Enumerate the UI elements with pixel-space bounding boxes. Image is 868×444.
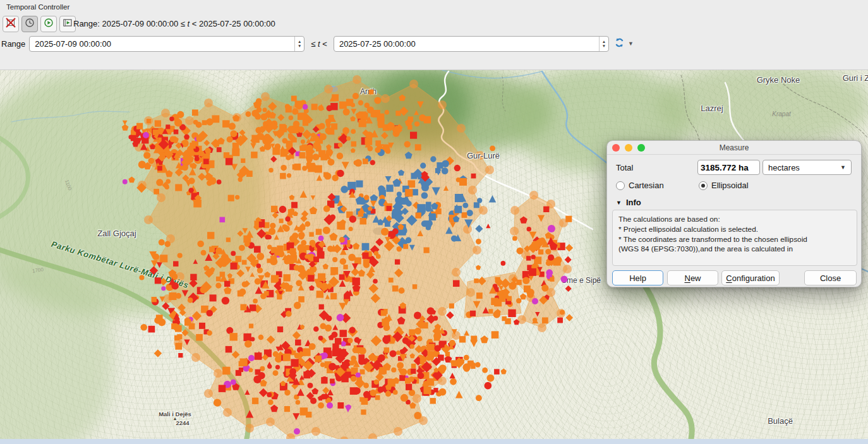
map-marker	[296, 102, 303, 109]
map-marker	[399, 375, 406, 381]
map-marker	[192, 311, 202, 321]
ellipsoidal-radio[interactable]: Ellipsoidal	[699, 181, 749, 190]
map-marker	[264, 291, 269, 296]
map-marker	[464, 219, 473, 227]
map-marker	[399, 95, 406, 101]
map-marker	[171, 282, 178, 289]
map-marker	[128, 177, 135, 183]
map-marker	[535, 312, 539, 316]
range-end-spinner[interactable]: ▲▼	[599, 37, 608, 51]
map-marker	[471, 364, 475, 368]
map-marker	[330, 214, 335, 220]
new-button[interactable]: New	[667, 270, 718, 285]
map-marker	[209, 246, 215, 252]
window-bottom-edge	[0, 439, 868, 444]
map-marker	[459, 336, 466, 342]
map-marker	[294, 265, 299, 270]
map-marker	[337, 170, 344, 177]
map-marker	[320, 363, 325, 367]
range-end-input[interactable]: 2025-07-25 00:00:00 ▲▼	[334, 36, 609, 52]
map-marker	[203, 265, 209, 271]
map-marker	[309, 343, 316, 350]
map-marker	[543, 207, 549, 212]
map-marker	[262, 107, 267, 112]
map-marker	[246, 410, 253, 417]
total-value-field[interactable]: 3185.772 ha	[697, 160, 760, 175]
map-marker	[476, 239, 481, 244]
map-marker	[289, 116, 294, 121]
units-dropdown[interactable]: hectares ▼	[763, 160, 852, 175]
map-marker	[466, 210, 473, 216]
map-marker	[256, 229, 266, 238]
map-marker	[283, 354, 291, 361]
map-marker	[250, 337, 255, 342]
map-marker	[254, 246, 261, 253]
map-marker	[501, 369, 507, 375]
map-marker	[239, 129, 245, 136]
map-marker	[494, 299, 502, 306]
map-marker	[477, 198, 482, 203]
map-marker	[449, 340, 455, 346]
map-marker	[203, 140, 210, 146]
map-marker	[285, 104, 290, 109]
info-disclosure[interactable]: ▼ Info	[616, 198, 641, 207]
temporal-toolbar	[3, 16, 76, 32]
map-marker	[363, 391, 370, 398]
map-marker	[270, 223, 275, 229]
fixed-range-button[interactable]	[21, 16, 38, 32]
map-marker	[351, 129, 356, 134]
map-marker	[277, 114, 284, 121]
map-marker	[332, 325, 338, 330]
map-marker	[454, 165, 461, 171]
map-marker	[462, 212, 467, 218]
map-marker	[403, 244, 408, 249]
map-marker	[149, 266, 158, 275]
range-start-input[interactable]: 2025-07-09 00:00:00 ▲▼	[29, 36, 304, 52]
map-marker	[520, 216, 527, 223]
help-button[interactable]: Help	[612, 270, 663, 285]
play-circle-icon	[44, 18, 54, 30]
map-marker	[188, 188, 193, 193]
measure-dialog-titlebar[interactable]: Measure	[607, 141, 861, 155]
refresh-range-button[interactable]	[614, 37, 625, 50]
temporal-off-button[interactable]	[3, 16, 19, 32]
map-marker	[413, 284, 417, 289]
map-marker	[242, 260, 247, 265]
map-marker	[310, 207, 318, 214]
map-marker	[122, 124, 129, 131]
map-marker	[248, 355, 255, 361]
map-marker	[426, 356, 431, 361]
map-marker	[488, 309, 493, 313]
map-marker	[378, 354, 385, 361]
map-marker	[565, 256, 572, 263]
close-button[interactable]: Close	[804, 270, 857, 285]
map-marker	[303, 120, 308, 126]
map-marker	[294, 302, 301, 309]
map-marker	[267, 392, 272, 397]
map-marker	[417, 204, 425, 212]
map-marker	[442, 167, 449, 174]
map-marker	[322, 352, 328, 359]
map-marker	[279, 206, 286, 213]
map-marker	[400, 368, 407, 375]
cartesian-radio[interactable]: Cartesian	[616, 181, 664, 190]
map-marker	[358, 211, 364, 217]
map-marker	[325, 119, 331, 124]
map-marker	[306, 145, 313, 152]
map-marker	[196, 334, 203, 341]
map-marker	[446, 311, 454, 319]
map-marker	[409, 329, 415, 335]
units-value: hectares	[768, 163, 800, 172]
map-marker	[268, 102, 277, 111]
map-marker	[190, 143, 196, 149]
map-marker	[275, 356, 282, 363]
animated-range-button[interactable]	[40, 16, 57, 32]
map-marker	[356, 181, 363, 188]
map-marker	[265, 136, 272, 143]
map-marker	[236, 256, 242, 262]
refresh-options-dropdown[interactable]: ▼	[628, 40, 634, 47]
range-start-spinner[interactable]: ▲▼	[294, 37, 304, 51]
map-marker	[311, 104, 318, 110]
configuration-button[interactable]: Configuration	[721, 270, 780, 285]
map-marker	[133, 138, 138, 143]
